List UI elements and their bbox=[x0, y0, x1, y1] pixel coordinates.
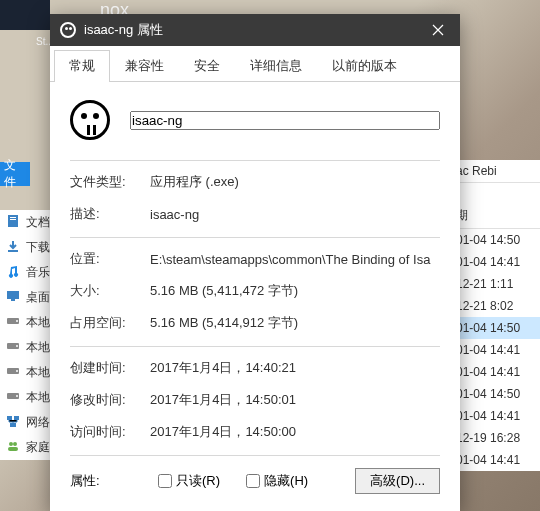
homegroup-icon bbox=[6, 439, 20, 456]
file-row-1[interactable]: 01-04 14:41 bbox=[450, 251, 540, 273]
readonly-checkbox-label[interactable]: 只读(R) bbox=[158, 472, 220, 490]
svg-rect-16 bbox=[10, 423, 16, 427]
desktop-icon bbox=[6, 289, 20, 306]
properties-dialog: isaac-ng 属性 常规兼容性安全详细信息以前的版本 文件类型:应用程序 (… bbox=[50, 14, 460, 511]
sidebar-item-label: 本地 bbox=[26, 314, 50, 331]
modified-label: 修改时间: bbox=[70, 391, 150, 409]
location-value: E:\steam\steamapps\common\The Binding of… bbox=[150, 252, 440, 267]
document-icon bbox=[6, 214, 20, 231]
file-row-7[interactable]: 01-04 14:50 bbox=[450, 383, 540, 405]
disk-icon bbox=[6, 339, 20, 356]
sidebar-item-label: 下载 bbox=[26, 239, 50, 256]
size-value: 5.16 MB (5,411,472 字节) bbox=[150, 282, 440, 300]
file-row-8[interactable]: 01-04 14:41 bbox=[450, 405, 540, 427]
description-label: 描述: bbox=[70, 205, 150, 223]
svg-rect-14 bbox=[7, 416, 12, 420]
disk-icon bbox=[6, 364, 20, 381]
app-icon bbox=[60, 22, 76, 38]
file-row-2[interactable]: 12-21 1:11 bbox=[450, 273, 540, 295]
attributes-label: 属性: bbox=[70, 472, 150, 490]
svg-point-17 bbox=[9, 442, 13, 446]
svg-rect-4 bbox=[7, 291, 19, 299]
tab-4[interactable]: 以前的版本 bbox=[317, 50, 412, 81]
accessed-label: 访问时间: bbox=[70, 423, 150, 441]
svg-point-13 bbox=[16, 395, 18, 397]
breadcrumb-fragment: ac Rebi bbox=[450, 160, 540, 183]
description-value: isaac-ng bbox=[150, 207, 440, 222]
tab-1[interactable]: 兼容性 bbox=[110, 50, 179, 81]
size-label: 大小: bbox=[70, 282, 150, 300]
file-row-9[interactable]: 12-19 16:28 bbox=[450, 427, 540, 449]
disk-icon bbox=[6, 389, 20, 406]
divider bbox=[70, 346, 440, 347]
svg-rect-19 bbox=[8, 447, 18, 451]
divider bbox=[70, 237, 440, 238]
svg-point-11 bbox=[16, 370, 18, 372]
filetype-label: 文件类型: bbox=[70, 173, 150, 191]
divider bbox=[70, 455, 440, 456]
advanced-button[interactable]: 高级(D)... bbox=[355, 468, 440, 494]
network-icon bbox=[6, 414, 20, 431]
svg-point-18 bbox=[13, 442, 17, 446]
music-icon bbox=[6, 264, 20, 281]
sizedisk-value: 5.16 MB (5,414,912 字节) bbox=[150, 314, 440, 332]
tab-0[interactable]: 常规 bbox=[54, 50, 110, 81]
close-button[interactable] bbox=[416, 14, 460, 46]
created-label: 创建时间: bbox=[70, 359, 150, 377]
file-row-6[interactable]: 01-04 14:41 bbox=[450, 361, 540, 383]
sizedisk-label: 占用空间: bbox=[70, 314, 150, 332]
svg-rect-1 bbox=[10, 217, 16, 218]
filename-input[interactable] bbox=[130, 111, 440, 130]
sidebar-item-label: 本地 bbox=[26, 364, 50, 381]
created-value: 2017年1月4日，14:40:21 bbox=[150, 359, 440, 377]
sidebar-item-label: 网络 bbox=[26, 414, 50, 431]
filetype-value: 应用程序 (.exe) bbox=[150, 173, 440, 191]
tab-bar: 常规兼容性安全详细信息以前的版本 bbox=[50, 46, 460, 82]
svg-rect-2 bbox=[10, 219, 16, 220]
svg-point-7 bbox=[16, 320, 18, 322]
file-row-3[interactable]: 12-21 8:02 bbox=[450, 295, 540, 317]
explorer-file-list: ac Rebi 期 01-04 14:5001-04 14:4112-21 1:… bbox=[450, 160, 540, 471]
svg-point-9 bbox=[16, 345, 18, 347]
sidebar-item-label: 音乐 bbox=[26, 264, 50, 281]
tab-3[interactable]: 详细信息 bbox=[235, 50, 317, 81]
tab-2[interactable]: 安全 bbox=[179, 50, 235, 81]
svg-rect-3 bbox=[8, 250, 18, 252]
modified-value: 2017年1月4日，14:50:01 bbox=[150, 391, 440, 409]
divider bbox=[70, 160, 440, 161]
svg-rect-15 bbox=[14, 416, 19, 420]
sidebar-item-label: 本地 bbox=[26, 389, 50, 406]
file-icon bbox=[70, 100, 110, 140]
sidebar-item-label: 本地 bbox=[26, 339, 50, 356]
file-row-10[interactable]: 01-04 14:41 bbox=[450, 449, 540, 471]
file-row-5[interactable]: 01-04 14:41 bbox=[450, 339, 540, 361]
file-row-4[interactable]: 01-04 14:50 bbox=[450, 317, 540, 339]
file-row-0[interactable]: 01-04 14:50 bbox=[450, 229, 540, 251]
readonly-checkbox[interactable] bbox=[158, 474, 172, 488]
hidden-checkbox[interactable] bbox=[246, 474, 260, 488]
svg-rect-5 bbox=[11, 299, 15, 301]
dialog-titlebar[interactable]: isaac-ng 属性 bbox=[50, 14, 460, 46]
hidden-checkbox-label[interactable]: 隐藏(H) bbox=[246, 472, 308, 490]
location-label: 位置: bbox=[70, 250, 150, 268]
disk-icon bbox=[6, 314, 20, 331]
sidebar-item-label: 文档 bbox=[26, 214, 50, 231]
close-icon bbox=[432, 24, 444, 36]
dialog-title: isaac-ng 属性 bbox=[84, 21, 163, 39]
tab-content-general: 文件类型:应用程序 (.exe) 描述:isaac-ng 位置:E:\steam… bbox=[50, 82, 460, 511]
sidebar-item-label: 桌面 bbox=[26, 289, 50, 306]
explorer-file-button[interactable]: 文件 bbox=[0, 162, 30, 186]
column-header-date[interactable]: 期 bbox=[450, 203, 540, 229]
svg-rect-0 bbox=[8, 215, 18, 227]
download-icon bbox=[6, 239, 20, 256]
accessed-value: 2017年1月4日，14:50:00 bbox=[150, 423, 440, 441]
